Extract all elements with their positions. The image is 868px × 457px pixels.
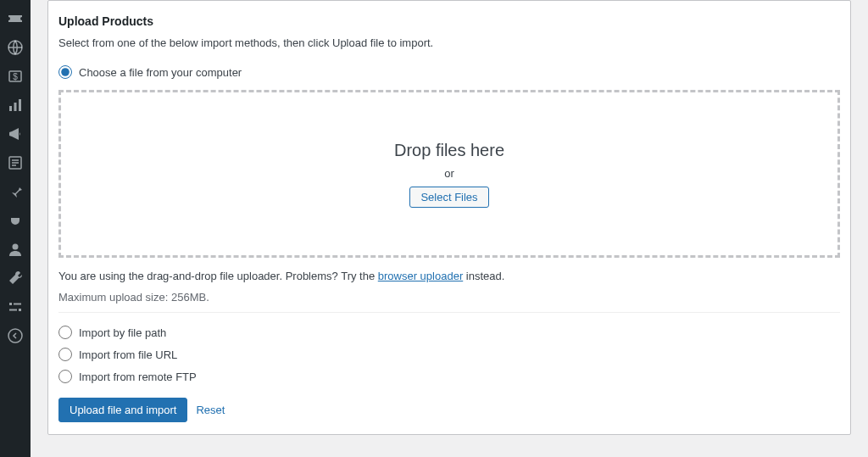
reset-link[interactable]: Reset: [196, 404, 225, 416]
radio-remote-ftp[interactable]: [58, 370, 72, 383]
svg-point-10: [13, 243, 19, 249]
svg-rect-5: [19, 99, 21, 111]
panel-title: Upload Products: [58, 11, 840, 36]
tickets-icon: [7, 10, 24, 30]
sidebar-item-money[interactable]: $: [0, 63, 31, 92]
svg-point-15: [8, 329, 22, 343]
user-icon: [7, 241, 24, 260]
dropzone-or: or: [444, 167, 454, 180]
radio-file-path-label[interactable]: Import by file path: [79, 326, 166, 339]
svg-rect-13: [19, 309, 21, 311]
option-remote-ftp[interactable]: Import from remote FTP: [58, 365, 840, 387]
sidebar-item-megaphone[interactable]: [0, 120, 31, 149]
svg-rect-11: [9, 303, 12, 305]
megaphone-icon: [7, 125, 24, 145]
sidebar-item-plug[interactable]: [0, 207, 31, 236]
pin-icon: [7, 183, 24, 203]
radio-choose-file-label[interactable]: Choose a file from your computer: [79, 66, 242, 79]
option-choose-file[interactable]: Choose a file from your computer: [58, 61, 840, 83]
browser-uploader-link[interactable]: browser uploader: [378, 270, 463, 282]
helper-prefix: You are using the drag-and-drop file upl…: [58, 270, 378, 282]
plug-icon: [7, 212, 24, 231]
upload-panel: Upload Products Select from one of the b…: [47, 0, 851, 435]
svg-text:$: $: [13, 72, 18, 81]
option-file-url[interactable]: Import from file URL: [58, 343, 840, 365]
import-options: Import by file path Import from file URL…: [58, 313, 840, 387]
sidebar-item-pin[interactable]: [0, 178, 31, 207]
collapse-icon: [7, 327, 24, 347]
max-upload-size: Maximum upload size: 256MB.: [58, 291, 840, 313]
sidebar-item-tickets[interactable]: [0, 5, 31, 34]
sidebar-item-tools[interactable]: [0, 265, 31, 293]
admin-sidebar: $: [0, 0, 31, 457]
form-icon: [7, 154, 24, 174]
radio-choose-file[interactable]: [58, 65, 72, 79]
sidebar-item-collapse[interactable]: [0, 322, 31, 351]
sidebar-item-stats[interactable]: [0, 92, 31, 120]
stats-icon: [7, 97, 24, 116]
file-dropzone[interactable]: Drop files here or Select Files: [58, 90, 840, 258]
upload-import-button[interactable]: Upload file and import: [58, 398, 187, 422]
select-files-button[interactable]: Select Files: [409, 187, 488, 208]
globe-icon: [7, 39, 24, 59]
radio-file-url-label[interactable]: Import from file URL: [79, 348, 177, 361]
tools-icon: [7, 270, 24, 289]
sidebar-item-form[interactable]: [0, 149, 31, 178]
helper-suffix: instead.: [463, 270, 504, 282]
radio-remote-ftp-label[interactable]: Import from remote FTP: [79, 371, 197, 383]
sidebar-item-user[interactable]: [0, 236, 31, 265]
panel-actions: Upload file and import Reset: [58, 387, 840, 422]
option-file-path[interactable]: Import by file path: [58, 321, 840, 343]
panel-description: Select from one of the below import meth…: [58, 36, 840, 61]
main-content: Upload Products Select from one of the b…: [31, 0, 868, 457]
radio-file-url[interactable]: [58, 348, 72, 361]
radio-file-path[interactable]: [58, 326, 72, 339]
uploader-helper-text: You are using the drag-and-drop file upl…: [58, 266, 840, 291]
settings-icon: [7, 298, 24, 318]
sidebar-item-settings[interactable]: [0, 293, 31, 322]
money-icon: $: [7, 68, 24, 87]
svg-rect-4: [14, 103, 17, 111]
sidebar-item-globe[interactable]: [0, 34, 31, 63]
svg-rect-3: [9, 106, 12, 111]
dropzone-title: Drop files here: [394, 141, 504, 160]
